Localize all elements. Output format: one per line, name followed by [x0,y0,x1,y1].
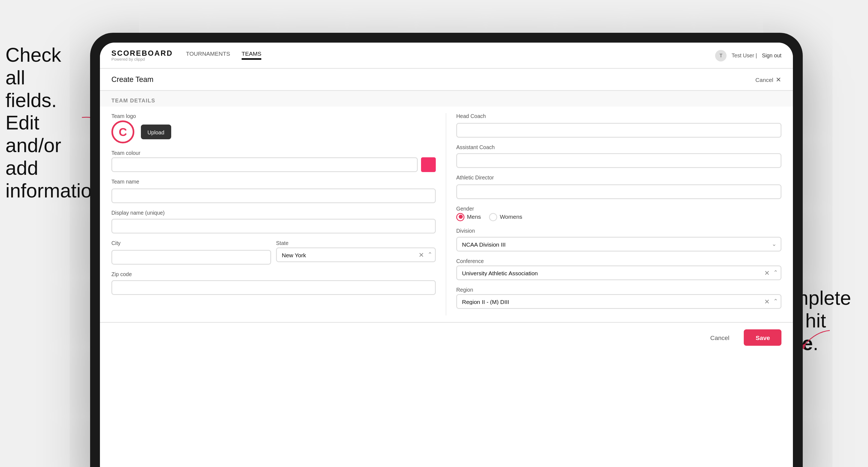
zip-input[interactable] [112,280,436,295]
team-name-label: Team name [112,179,436,184]
form-footer: Cancel Save [100,322,793,352]
nav-teams[interactable]: TEAMS [242,51,261,60]
navbar: SCOREBOARD Powered by clippd TOURNAMENTS… [100,42,793,69]
logo-circle: C [112,120,134,144]
state-label: State [276,240,436,246]
page-header: Create Team Cancel ✕ [100,69,793,91]
annotation-line1: Check all fields. [5,44,61,111]
city-state-group: City State New York ✕ ⌃ [112,240,436,264]
city-state-row: City State New York ✕ ⌃ [112,240,436,264]
assistant-coach-label: Assistant Coach [456,144,781,150]
save-button[interactable]: Save [744,329,781,346]
city-label: City [112,240,271,246]
athletic-director-group: Athletic Director [456,175,781,199]
conference-select-wrap: University Athletic Association ✕ ⌃ [456,266,781,280]
conference-label: Conference [456,258,781,264]
gender-mens-option[interactable]: Mens [456,213,481,221]
team-colour-input[interactable] [112,157,418,172]
gender-womens-label: Womens [500,214,522,220]
athletic-director-input[interactable] [456,184,781,199]
zip-label: Zip code [112,271,436,277]
form-right: Head Coach Assistant Coach Athletic Dire… [446,113,781,315]
athletic-director-label: Athletic Director [456,175,781,180]
logo-area: SCOREBOARD Powered by clippd [112,50,173,61]
city-field: City [112,240,271,264]
head-coach-label: Head Coach [456,113,781,119]
cancel-top-button[interactable]: Cancel ✕ [755,76,781,83]
form-grid: Team logo C Upload Team colour [100,106,793,322]
colour-swatch[interactable] [421,157,436,172]
nav-tournaments[interactable]: TOURNAMENTS [186,51,230,60]
annotation-left: Check all fields. Edit and/or add inform… [5,44,82,202]
conference-clear-icon[interactable]: ✕ [764,269,770,277]
nav-right: T Test User | Sign out [715,50,781,61]
state-clear-icon[interactable]: ✕ [418,251,424,259]
tablet-screen: SCOREBOARD Powered by clippd TOURNAMENTS… [100,42,793,467]
region-label: Region [456,287,781,292]
radio-mens-dot [456,213,464,221]
user-label: Test User | [732,53,757,58]
app-logo-sub: Powered by clippd [112,57,173,61]
team-name-group: Team name [112,179,436,203]
annotation-line2: Edit and/or add [5,112,61,179]
display-name-group: Display name (unique) [112,210,436,234]
close-icon: ✕ [776,76,781,83]
logo-upload-area: C Upload [112,120,436,144]
zip-group: Zip code [112,271,436,295]
user-avatar: T [715,50,727,61]
signout-link[interactable]: Sign out [762,53,781,58]
head-coach-input[interactable] [456,123,781,137]
assistant-coach-group: Assistant Coach [456,144,781,168]
team-name-input[interactable] [112,188,436,203]
display-name-label: Display name (unique) [112,210,436,215]
region-select[interactable]: Region II - (M) DIII [456,294,781,309]
conference-group: Conference University Athletic Associati… [456,258,781,280]
page-title: Create Team [112,75,153,84]
conference-select[interactable]: University Athletic Association [456,266,781,280]
team-logo-label: Team logo [112,113,436,119]
division-group: Division NCAA Division III [456,227,781,252]
logo-letter: C [119,125,127,138]
team-colour-label: Team colour [112,150,436,156]
team-logo-group: Team logo C Upload [112,113,436,144]
gender-mens-label: Mens [467,214,481,220]
state-select-wrap: New York ✕ ⌃ [276,247,436,262]
form-left: Team logo C Upload Team colour [112,113,446,315]
state-field: State New York ✕ ⌃ [276,240,436,264]
region-select-wrap: Region II - (M) DIII ✕ ⌃ [456,294,781,309]
city-input[interactable] [112,250,271,264]
region-clear-icon[interactable]: ✕ [764,298,770,305]
head-coach-group: Head Coach [456,113,781,137]
section-label: TEAM DETAILS [100,91,793,106]
division-label: Division [456,227,781,233]
region-group: Region Region II - (M) DIII ✕ ⌃ [456,287,781,309]
nav-items: TOURNAMENTS TEAMS [186,51,261,60]
team-colour-group: Team colour [112,150,436,172]
gender-label: Gender [456,206,781,211]
upload-button[interactable]: Upload [141,125,171,139]
cancel-button[interactable]: Cancel [700,329,739,346]
annotation-right-period: . [813,332,818,354]
state-select[interactable]: New York [276,247,436,262]
display-name-input[interactable] [112,219,436,234]
gender-womens-option[interactable]: Womens [489,213,522,221]
division-select[interactable]: NCAA Division III [456,237,781,251]
division-select-wrap: NCAA Division III [456,235,781,252]
colour-field-wrap [112,157,436,172]
radio-womens-dot [489,213,497,221]
gender-group: Gender Mens Womens [456,206,781,221]
tablet: SCOREBOARD Powered by clippd TOURNAMENTS… [90,33,803,467]
assistant-coach-input[interactable] [456,153,781,168]
gender-row: Mens Womens [456,213,781,221]
app-logo: SCOREBOARD [112,50,173,57]
